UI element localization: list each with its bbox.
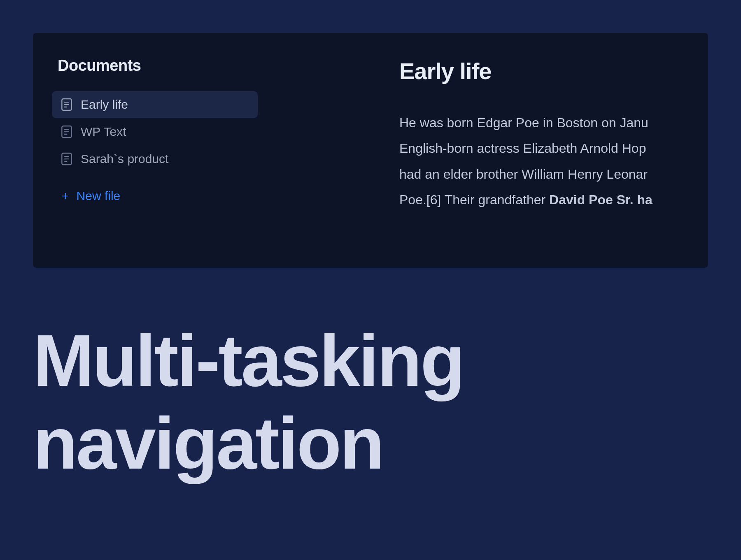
- sidebar-title: Documents: [58, 57, 305, 75]
- app-card: Documents Early life: [33, 33, 708, 268]
- document-item-early-life[interactable]: Early life: [52, 91, 258, 118]
- new-file-button[interactable]: + New file: [58, 185, 305, 207]
- document-item-label: Early life: [81, 98, 128, 112]
- document-item-label: Sarah`s product: [81, 152, 168, 166]
- hero-title-line1: Multi-tasking: [33, 320, 464, 401]
- document-icon: [61, 125, 72, 139]
- content-line: He was born Edgar Poe in Boston on Janu: [399, 110, 708, 135]
- content-line: Poe.[6] Their grandfather David Poe Sr. …: [399, 187, 708, 212]
- content-area: Early life He was born Edgar Poe in Bost…: [329, 33, 708, 268]
- document-item-wp-text[interactable]: WP Text: [52, 118, 258, 145]
- document-item-label: WP Text: [81, 125, 126, 139]
- new-file-label: New file: [77, 189, 121, 203]
- content-line: English-born actress Elizabeth Arnold Ho…: [399, 135, 708, 161]
- content-line: had an elder brother William Henry Leona…: [399, 161, 708, 187]
- document-icon: [61, 98, 72, 112]
- hero-title-line2: navigation: [33, 402, 383, 484]
- document-icon: [61, 152, 72, 166]
- hero-title: Multi-tasking navigation: [33, 319, 464, 485]
- document-item-sarahs-product[interactable]: Sarah`s product: [52, 145, 258, 173]
- sidebar: Documents Early life: [33, 33, 329, 268]
- content-body: He was born Edgar Poe in Boston on Janu …: [399, 110, 708, 213]
- plus-icon: +: [62, 190, 69, 202]
- content-title: Early life: [399, 58, 708, 84]
- document-list: Early life WP Text: [52, 91, 305, 173]
